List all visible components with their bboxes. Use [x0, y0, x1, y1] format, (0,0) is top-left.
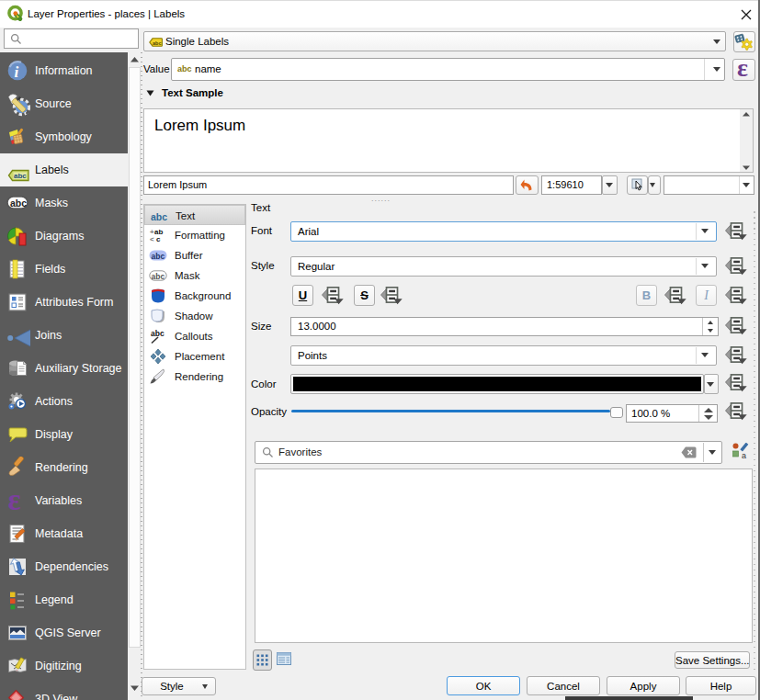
svg-text:abc: abc [152, 252, 165, 261]
svg-text:abc: abc [152, 272, 165, 281]
svg-text:abc: abc [151, 211, 167, 222]
svg-text:a: a [742, 451, 746, 460]
svg-text:abc: abc [10, 198, 27, 209]
svg-text:abc: abc [14, 172, 27, 180]
svg-text:ε: ε [8, 483, 21, 516]
svg-text:c: c [156, 235, 161, 243]
svg-text:<: < [150, 235, 154, 243]
svg-text:i: i [15, 63, 19, 81]
svg-text:abc: abc [153, 40, 161, 46]
